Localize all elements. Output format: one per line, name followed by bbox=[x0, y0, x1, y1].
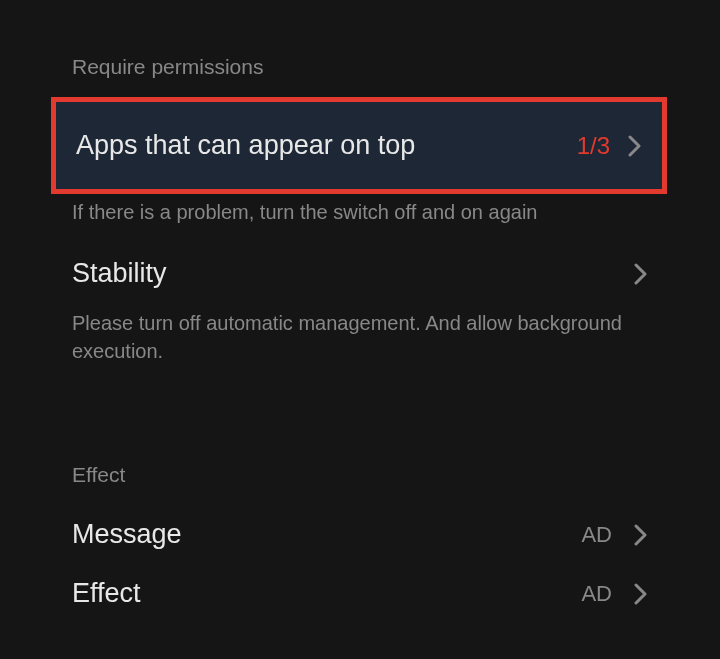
section-header-permissions: Require permissions bbox=[0, 55, 720, 97]
item-description: If there is a problem, turn the switch o… bbox=[0, 194, 720, 244]
item-description: Please turn off automatic management. An… bbox=[0, 303, 720, 383]
chevron-right-icon bbox=[634, 263, 648, 285]
section-header-effect: Effect bbox=[0, 463, 720, 505]
item-title: Stability bbox=[72, 258, 634, 289]
section-spacer bbox=[0, 383, 720, 463]
item-title: Effect bbox=[72, 578, 581, 609]
item-effect[interactable]: Effect AD bbox=[0, 564, 720, 623]
chevron-right-icon bbox=[628, 135, 642, 157]
item-badge-ad: AD bbox=[581, 522, 612, 548]
chevron-right-icon bbox=[634, 583, 648, 605]
item-apps-on-top[interactable]: Apps that can appear on top 1/3 bbox=[51, 97, 667, 194]
settings-container: Require permissions Apps that can appear… bbox=[0, 0, 720, 623]
item-stability[interactable]: Stability bbox=[0, 244, 720, 303]
item-value: 1/3 bbox=[577, 132, 610, 160]
item-title: Message bbox=[72, 519, 581, 550]
item-badge-ad: AD bbox=[581, 581, 612, 607]
chevron-right-icon bbox=[634, 524, 648, 546]
item-message[interactable]: Message AD bbox=[0, 505, 720, 564]
item-title: Apps that can appear on top bbox=[76, 130, 577, 161]
